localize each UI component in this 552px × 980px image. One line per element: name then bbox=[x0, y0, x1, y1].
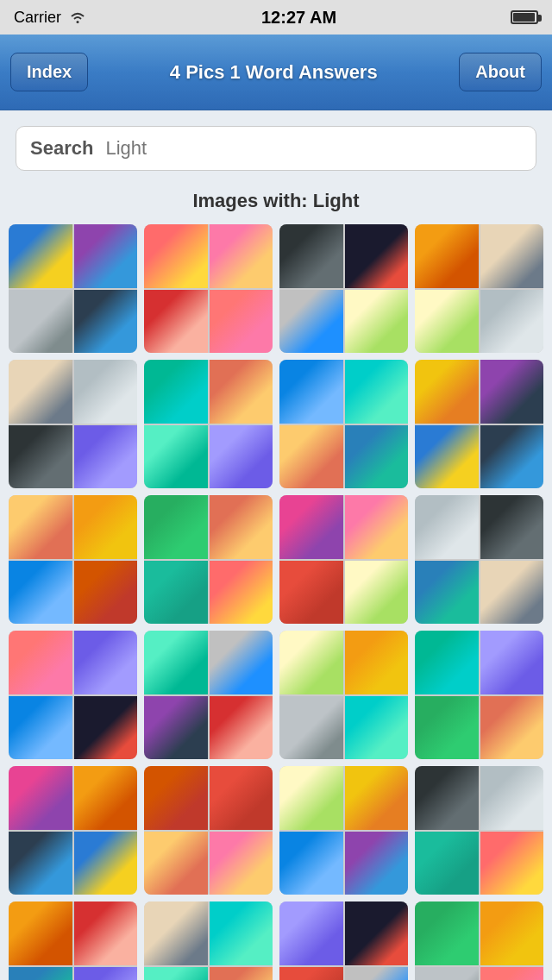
index-button[interactable]: Index bbox=[10, 53, 88, 91]
list-item[interactable] bbox=[9, 766, 137, 895]
list-item[interactable] bbox=[415, 224, 543, 353]
section-title: Images with: Light bbox=[0, 181, 552, 224]
search-bar: Search bbox=[16, 126, 536, 171]
list-item[interactable] bbox=[279, 360, 408, 488]
grid-row bbox=[9, 224, 543, 353]
list-item[interactable] bbox=[144, 766, 273, 895]
list-item[interactable] bbox=[415, 766, 543, 895]
list-item[interactable] bbox=[144, 631, 273, 759]
nav-title: 4 Pics 1 Word Answers bbox=[88, 61, 459, 84]
carrier-label: Carrier bbox=[14, 9, 61, 27]
grid-row bbox=[9, 901, 543, 980]
list-item[interactable] bbox=[144, 224, 273, 353]
nav-bar: Index 4 Pics 1 Word Answers About bbox=[0, 35, 552, 110]
list-item[interactable] bbox=[415, 631, 543, 759]
list-item[interactable] bbox=[144, 360, 273, 488]
status-bar-left: Carrier bbox=[14, 9, 87, 27]
grid-row bbox=[9, 766, 543, 895]
battery-icon bbox=[511, 10, 538, 24]
status-bar-right bbox=[511, 10, 538, 24]
list-item[interactable] bbox=[279, 495, 408, 624]
search-label: Search bbox=[30, 137, 93, 160]
grid-row bbox=[9, 495, 543, 624]
search-container: Search bbox=[0, 110, 552, 181]
wifi-icon bbox=[68, 10, 87, 24]
list-item[interactable] bbox=[144, 495, 273, 624]
about-button[interactable]: About bbox=[459, 53, 542, 91]
list-item[interactable] bbox=[279, 631, 408, 759]
grid-row bbox=[9, 360, 543, 488]
list-item[interactable] bbox=[9, 360, 137, 488]
list-item[interactable] bbox=[279, 901, 408, 980]
list-item[interactable] bbox=[9, 495, 137, 624]
image-grid bbox=[0, 224, 552, 980]
list-item[interactable] bbox=[279, 224, 408, 353]
list-item[interactable] bbox=[9, 631, 137, 759]
list-item[interactable] bbox=[415, 901, 543, 980]
status-bar: Carrier 12:27 AM bbox=[0, 0, 552, 35]
list-item[interactable] bbox=[144, 901, 273, 980]
list-item[interactable] bbox=[279, 766, 408, 895]
time-display: 12:27 AM bbox=[261, 8, 336, 28]
list-item[interactable] bbox=[415, 495, 543, 624]
grid-row bbox=[9, 631, 543, 759]
list-item[interactable] bbox=[9, 224, 137, 353]
list-item[interactable] bbox=[415, 360, 543, 488]
search-input[interactable] bbox=[105, 137, 522, 160]
list-item[interactable] bbox=[9, 901, 137, 980]
